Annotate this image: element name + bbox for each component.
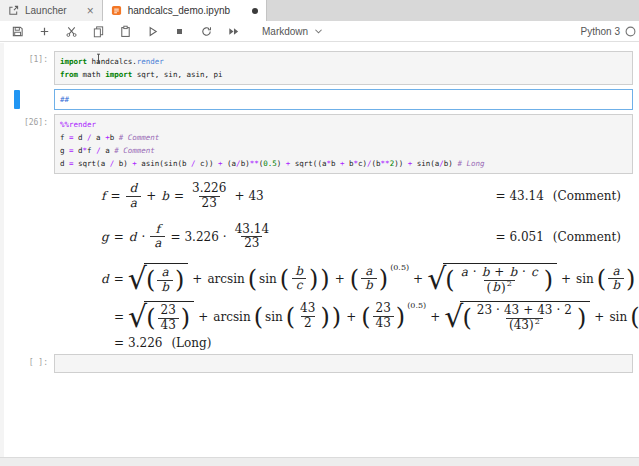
- restart-icon: [200, 25, 213, 38]
- scissors-icon: [65, 25, 78, 38]
- run-button[interactable]: [142, 22, 163, 40]
- code-editor[interactable]: import handcalcs.renderfrom math import …: [54, 51, 633, 85]
- launcher-icon: [8, 5, 19, 16]
- math-line-d-numeric: =√(2343)+arcsin(sin(432))+(2343)(0.5)+√(…: [54, 301, 633, 333]
- active-cell-collapser[interactable]: [14, 90, 20, 109]
- run-icon: [146, 25, 159, 38]
- kernel-indicator[interactable]: Python 3: [581, 26, 636, 37]
- notebook-area: [1]: import handcalcs.renderfrom math im…: [0, 43, 639, 457]
- cell-prompt: [1]:: [4, 51, 54, 85]
- cut-cells-button[interactable]: [61, 22, 82, 40]
- chevron-down-icon: [314, 28, 323, 35]
- math-line-f: f=da+b=3.22623+43 =43.14(Comment): [54, 182, 633, 211]
- math-line-d-result: =3.226(Long): [54, 336, 633, 350]
- kernel-name: Python 3: [581, 26, 620, 37]
- cell-prompt: [4, 89, 54, 110]
- tab-label: Launcher: [25, 5, 67, 16]
- cell-type-value: Markdown: [262, 26, 308, 37]
- tab-label: handcalcs_demo.ipynb: [128, 5, 230, 16]
- tab-launcher[interactable]: Launcher ×: [0, 0, 103, 21]
- empty-code-cell: [ ]:: [4, 354, 633, 373]
- mouse-ibeam-cursor: [95, 50, 102, 68]
- code-editor[interactable]: [54, 354, 633, 373]
- restart-kernel-button[interactable]: [196, 22, 217, 40]
- math-line-g: g=d·fa=3.226·43.1423 =6.051(Comment): [54, 223, 633, 252]
- unsaved-changes-dot: [252, 8, 258, 14]
- status-bar: [0, 457, 639, 466]
- close-icon[interactable]: ×: [87, 5, 94, 17]
- tab-bar: Launcher × handcalcs_demo.ipynb: [0, 0, 639, 21]
- stop-button[interactable]: [169, 22, 190, 40]
- code-cell-26: [26]: %%renderf = d / a +b # Commentg = …: [4, 114, 633, 174]
- latex-output: f=da+b=3.22623+43 =43.14(Comment) g=d·fa…: [4, 182, 633, 350]
- math-line-d-symbolic: d=√(ab)+arcsin(sin(bc))+(ab)(0.5)+√(a·b+…: [54, 263, 633, 295]
- save-button[interactable]: [7, 22, 28, 40]
- cell-prompt: [26]:: [4, 114, 54, 174]
- paste-cells-button[interactable]: [115, 22, 136, 40]
- copy-icon: [92, 25, 105, 38]
- code-editor[interactable]: %%renderf = d / a +b # Commentg = d*f / …: [54, 114, 633, 174]
- tab-notebook[interactable]: handcalcs_demo.ipynb: [103, 0, 267, 21]
- run-all-button[interactable]: [223, 22, 244, 40]
- stop-icon: [173, 25, 186, 38]
- notebook-icon: [111, 5, 122, 16]
- save-icon: [11, 25, 24, 38]
- kernel-status-icon: [625, 26, 636, 37]
- cell-type-dropdown[interactable]: Markdown: [258, 24, 327, 39]
- copy-cells-button[interactable]: [88, 22, 109, 40]
- notebook-toolbar: Markdown Python 3: [0, 21, 639, 42]
- add-cell-button[interactable]: [34, 22, 55, 40]
- cell-prompt: [ ]:: [4, 354, 54, 373]
- jupyterlab-window: Launcher × handcalcs_demo.ipynb: [0, 0, 639, 466]
- markdown-editor[interactable]: ##: [54, 89, 633, 110]
- markdown-cell-active: ##: [4, 89, 633, 110]
- paste-icon: [119, 25, 132, 38]
- fast-forward-icon: [227, 25, 240, 38]
- add-icon: [38, 25, 51, 38]
